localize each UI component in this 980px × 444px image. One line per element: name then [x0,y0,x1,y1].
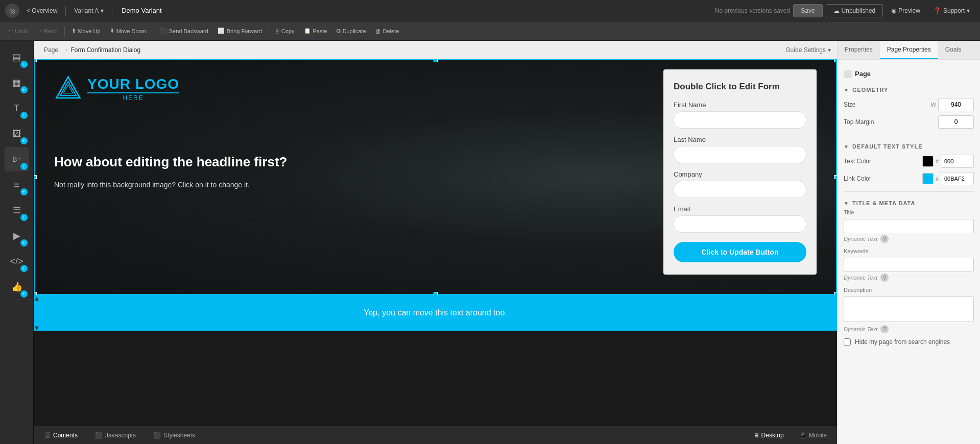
undo-label: Undo [15,28,28,34]
form-field-email: Email [674,205,806,233]
keywords-input[interactable] [844,258,974,272]
rp-page-header: ⬜ Page [844,66,974,83]
preview-label: Preview [898,7,920,14]
bottom-view-mobile[interactable]: 📱 Mobile [794,429,832,442]
paste-button[interactable]: 📋 Paste [300,26,331,36]
sidebar-item-sections[interactable]: ▤ + [5,45,29,69]
variant-selector[interactable]: Variant A ▾ [70,5,108,16]
trash-icon: 🗑 [375,28,381,34]
link-color-label: Link Color [844,175,918,182]
tab-goals[interactable]: Goals [938,41,968,59]
bottom-tab-contents[interactable]: ☰ Contents [39,429,84,442]
sidebar-item-list[interactable]: ☰ + [5,198,29,223]
bottom-tab-stylesheets[interactable]: ⬛ Stylesheets [147,429,201,442]
text-color-swatch[interactable] [922,156,934,167]
paste-icon: 📋 [304,28,311,34]
undo-button[interactable]: ↩ Undo [4,26,32,36]
section-indicator-bottom[interactable]: ▼ [34,325,40,331]
send-backward-button[interactable]: ⬛ Send Backward [156,26,212,36]
hero-headline[interactable]: How about editing the headline first? [54,154,653,171]
overview-button[interactable]: < Overview [22,5,61,16]
divider-1 [844,135,974,135]
divider-2 [844,191,974,192]
sidebar-item-text[interactable]: T + [5,96,29,120]
preview-button[interactable]: ◉ Preview [886,5,925,17]
text-color-hex-input[interactable] [941,155,974,168]
company-input[interactable] [674,181,806,198]
canvas-inner: YOUR LOGO HERE How about editing the hea… [34,59,837,426]
sidebar-item-lines[interactable]: ≡ + [5,172,29,197]
bottom-tab-javascripts[interactable]: ⬛ Javascripts [89,429,142,442]
delete-button[interactable]: 🗑 Delete [371,26,403,36]
description-help-icon[interactable]: ? [880,325,889,333]
support-label: Support [943,7,965,14]
qr-badge: + [20,86,28,93]
lastname-input[interactable] [674,146,806,163]
form-panel[interactable]: Double Click to Edit Form First Name Las… [663,69,817,275]
redo-button[interactable]: ↪ Redo [33,26,61,36]
canvas-page-label[interactable]: Page [40,44,62,56]
bring-forward-button[interactable]: ⬜ Bring Forward [213,26,266,36]
top-margin-input[interactable] [938,115,974,129]
hero-text-block: How about editing the headline first? No… [54,133,653,190]
rp-text-style-header[interactable]: ▼ DEFAULT TEXT STYLE [844,139,974,153]
lastname-label: Last Name [674,136,806,143]
sidebar-item-social[interactable]: 👍 + [5,275,29,299]
move-down-button[interactable]: ⬇ Move Down [106,26,150,36]
guide-settings-button[interactable]: Guide Settings ▾ [785,46,831,54]
keywords-dynamic-text: Dynamic Text [844,275,877,281]
rp-geometry-header[interactable]: ▼ GEOMETRY [844,83,974,96]
title-help-icon[interactable]: ? [880,235,889,243]
lines-icon: ≡ [14,180,19,189]
nav-divider-2 [112,6,112,16]
description-textarea[interactable] [844,297,974,322]
copy-button[interactable]: ⎘ Copy [272,26,299,36]
duplicate-button[interactable]: ⧉ Duplicate [332,26,370,36]
title-input[interactable] [844,219,974,233]
banner-text[interactable]: Yep, you can move this text around too. [44,308,827,317]
support-button[interactable]: ❓ Support ▾ [928,5,975,17]
unpublished-label: Unpublished [842,7,876,14]
hero-section[interactable]: YOUR LOGO HERE How about editing the hea… [34,59,837,295]
text-icon: T [14,104,19,113]
toolbar-sep-2 [153,26,153,36]
page-title: Demo Variant [116,7,167,14]
section-indicator-top[interactable]: ▲ [34,295,40,301]
sidebar-item-form[interactable]: B⁺ + [5,147,29,171]
bring-forward-label: Bring Forward [227,28,262,34]
sidebar-item-image[interactable]: 🖼 + [5,121,29,146]
sidebar-item-video[interactable]: ▶ + [5,224,29,248]
sidebar-item-qr[interactable]: ▦ + [5,70,29,95]
form-field-lastname: Last Name [674,136,806,163]
bottom-view-desktop[interactable]: 🖥 Desktop [748,429,789,442]
size-w-input[interactable] [938,98,974,111]
firstname-input[interactable] [674,111,806,129]
rp-meta-header[interactable]: ▼ TITLE & META DATA [844,196,974,209]
title-field-label: Title [844,209,974,215]
right-panel-content: ⬜ Page ▼ GEOMETRY Size W Top Margin [838,60,980,444]
qr-icon: ▦ [12,78,21,87]
tab-page-properties[interactable]: Page Properties [880,41,938,59]
variant-arrow-icon: ▾ [101,7,104,14]
geometry-collapse-icon: ▼ [844,87,849,93]
save-button[interactable]: Save [793,4,822,17]
move-up-button[interactable]: ⬆ Move Up [67,26,105,36]
keywords-help-icon[interactable]: ? [880,274,889,282]
form-submit-button[interactable]: Click to Update Button [674,242,806,262]
unpublished-button[interactable]: ☁ Unpublished [826,4,883,17]
toolbar-sep-1 [64,26,65,36]
sidebar-item-code[interactable]: </> + [5,249,29,274]
email-input[interactable] [674,215,806,233]
canvas-content[interactable]: YOUR LOGO HERE How about editing the hea… [34,59,837,426]
cyan-banner[interactable]: ▲ Yep, you can move this text around too… [34,295,837,331]
paste-label: Paste [313,28,327,34]
tab-properties[interactable]: Properties [838,41,880,59]
hero-logo[interactable]: YOUR LOGO HERE [54,75,653,103]
link-color-swatch[interactable] [922,173,934,184]
hero-subtext[interactable]: Not really into this background image? C… [54,179,653,190]
app-logo[interactable]: ◎ [5,4,19,18]
video-badge: + [20,239,28,246]
hide-from-search-checkbox[interactable] [844,338,851,346]
link-color-hex-input[interactable] [941,172,974,185]
rp-size-row: Size W [844,96,974,113]
